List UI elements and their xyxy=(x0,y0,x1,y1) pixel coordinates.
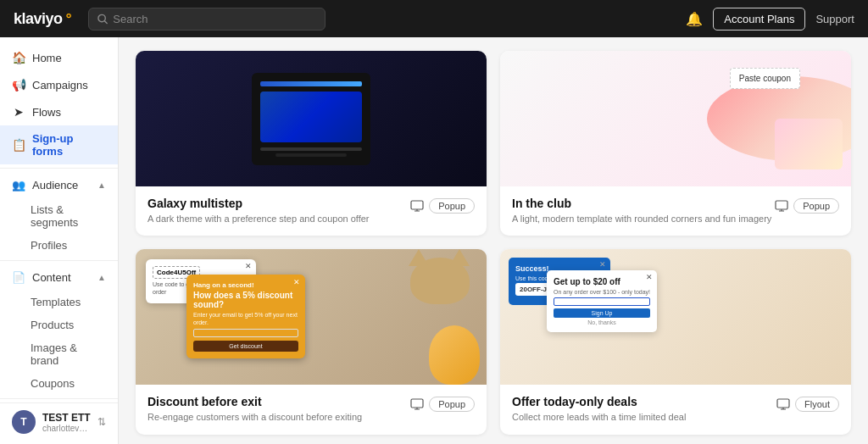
card-offer-today: ✕ Success! Use this code 20OFF-Ju ✕ Get … xyxy=(500,249,851,434)
dog-illustration xyxy=(429,325,480,385)
sidebar-item-lists-segments[interactable]: Lists & segments xyxy=(0,198,118,234)
sidebar-divider-2 xyxy=(0,260,118,261)
sidebar-item-products[interactable]: Products xyxy=(0,314,118,336)
sidebar-item-templates[interactable]: Templates xyxy=(0,291,118,314)
desktop-icon xyxy=(410,200,424,212)
card-in-the-club: Paste coupon In the club A light, modern… xyxy=(500,51,851,236)
card-footer-galaxy: Galaxy multistep A dark theme with a pre… xyxy=(136,186,487,236)
sidebar-item-flows[interactable]: ➤ Flows xyxy=(0,98,118,125)
chevron-up-icon: ▲ xyxy=(97,180,106,190)
close-icon-2: ✕ xyxy=(293,278,300,286)
close-icon-4: ✕ xyxy=(646,273,653,281)
card-title-galaxy: Galaxy multistep xyxy=(147,197,410,210)
main-layout: 🏠 Home 📢 Campaigns ➤ Flows 📋 Sign-up for… xyxy=(0,37,868,444)
chevron-up-icon-2: ▲ xyxy=(97,273,106,282)
card-title-inclub: In the club xyxy=(512,197,775,210)
signup-forms-icon: 📋 xyxy=(12,138,25,152)
sidebar-divider-1 xyxy=(0,168,118,169)
card-preview-galaxy xyxy=(136,51,487,186)
svg-rect-2 xyxy=(411,201,423,209)
close-icon: ✕ xyxy=(245,262,252,270)
cards-grid: Galaxy multistep A dark theme with a pre… xyxy=(136,51,851,435)
search-bar[interactable] xyxy=(88,8,326,31)
audience-icon: 👥 xyxy=(12,179,25,191)
offer-main-popup: ✕ Get up to $20 off On any order over $1… xyxy=(547,270,657,332)
sidebar-item-home[interactable]: 🏠 Home xyxy=(0,44,118,71)
user-email: charlottevevan... xyxy=(42,424,91,433)
badge-popup-inclub: Popup xyxy=(793,198,839,214)
card-desc-inclub: A light, modern template with rounded co… xyxy=(512,213,775,225)
desktop-icon-4 xyxy=(776,398,790,410)
card-footer-discount: Discount before exit Re-engage customers… xyxy=(136,385,487,434)
badge-popup-galaxy: Popup xyxy=(429,198,475,214)
card-desc-offer: Collect more leads with a time limited d… xyxy=(512,411,776,424)
svg-rect-8 xyxy=(411,399,423,408)
content-icon: 📄 xyxy=(12,271,25,284)
card-footer-offer: Offer today-only deals Collect more lead… xyxy=(500,385,851,434)
close-icon-3: ✕ xyxy=(599,260,606,269)
support-link[interactable]: Support xyxy=(815,13,854,25)
home-icon: 🏠 xyxy=(12,51,25,64)
sidebar-divider-3 xyxy=(0,398,118,399)
sidebar-item-campaigns[interactable]: 📢 Campaigns xyxy=(0,71,118,98)
topnav: klaviyo° 🔔 Account Plans Support xyxy=(0,0,868,37)
card-title-discount: Discount before exit xyxy=(147,395,410,408)
card-desc-discount: Re-engage customers with a discount befo… xyxy=(147,411,410,424)
sidebar-item-coupons[interactable]: Coupons xyxy=(0,372,118,395)
inclub-coupon: Paste coupon xyxy=(730,68,800,89)
chevron-updown-icon: ⇅ xyxy=(97,416,106,428)
discount-overlay-popup: ✕ Hang on a second! How does a 5% discou… xyxy=(186,275,305,358)
card-title-offer: Offer today-only deals xyxy=(512,395,776,408)
sidebar-audience-header[interactable]: 👥 Audience ▲ xyxy=(0,172,118,198)
campaigns-icon: 📢 xyxy=(12,78,25,92)
user-info: TEST ETT charlottevevan... xyxy=(42,412,91,433)
account-plans-button[interactable]: Account Plans xyxy=(713,8,805,31)
desktop-icon-2 xyxy=(775,200,788,212)
card-desc-galaxy: A dark theme with a preference step and … xyxy=(147,213,410,225)
sidebar-item-profiles[interactable]: Profiles xyxy=(0,234,118,257)
card-galaxy-multistep: Galaxy multistep A dark theme with a pre… xyxy=(136,51,487,236)
user-name: TEST ETT xyxy=(42,412,91,424)
card-preview-inclub: Paste coupon xyxy=(500,51,851,186)
flows-icon: ➤ xyxy=(12,105,25,119)
svg-rect-11 xyxy=(777,399,789,408)
svg-line-1 xyxy=(105,20,108,23)
logo: klaviyo° xyxy=(14,10,71,28)
sidebar-item-images-brand[interactable]: Images & brand xyxy=(0,336,118,372)
card-preview-offer: ✕ Success! Use this code 20OFF-Ju ✕ Get … xyxy=(500,249,851,385)
search-icon xyxy=(97,14,108,25)
svg-rect-5 xyxy=(776,201,787,209)
sidebar: 🏠 Home 📢 Campaigns ➤ Flows 📋 Sign-up for… xyxy=(0,37,119,444)
avatar: T xyxy=(12,410,36,434)
card-preview-discount: ✕ Code4U5Off Use code to get 5% off your… xyxy=(136,249,487,385)
sidebar-content-header[interactable]: 📄 Content ▲ xyxy=(0,264,118,291)
desktop-icon-3 xyxy=(410,398,424,410)
sidebar-item-signup-forms[interactable]: 📋 Sign-up forms xyxy=(0,125,118,164)
main-content: Galaxy multistep A dark theme with a pre… xyxy=(119,37,868,444)
notifications-button[interactable]: 🔔 xyxy=(686,11,703,27)
sidebar-user[interactable]: T TEST ETT charlottevevan... ⇅ xyxy=(0,402,118,441)
card-discount-exit: ✕ Code4U5Off Use code to get 5% off your… xyxy=(136,249,487,434)
badge-popup-discount: Popup xyxy=(429,397,475,412)
search-input[interactable] xyxy=(113,13,316,25)
nav-right: 🔔 Account Plans Support xyxy=(686,8,854,31)
badge-flyout-offer: Flyout xyxy=(795,397,839,412)
card-footer-inclub: In the club A light, modern template wit… xyxy=(500,186,851,236)
